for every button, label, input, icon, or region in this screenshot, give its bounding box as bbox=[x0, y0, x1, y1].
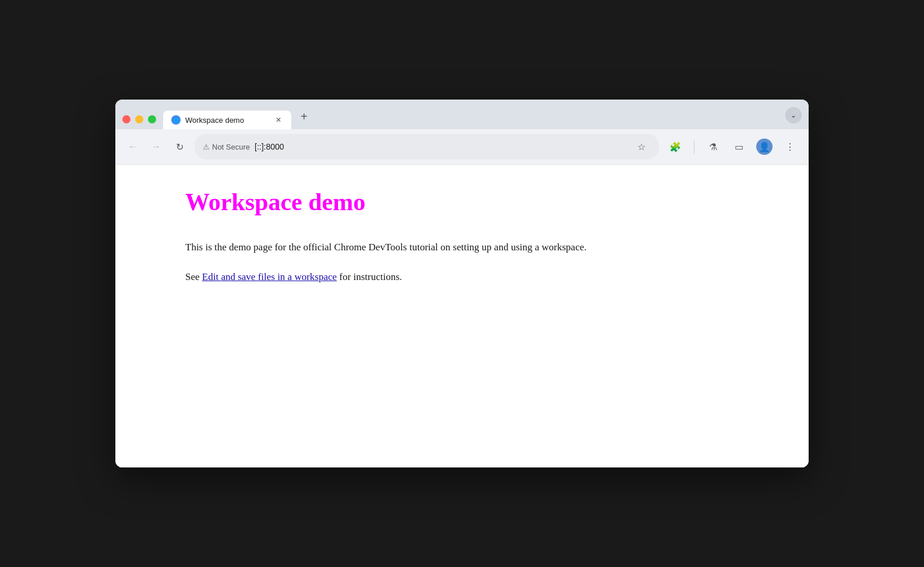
sidebar-toggle-button[interactable]: ▭ bbox=[729, 137, 748, 156]
labs-icon: ⚗ bbox=[709, 141, 717, 153]
more-menu-icon: ⋮ bbox=[785, 141, 795, 153]
forward-button[interactable]: → bbox=[148, 139, 164, 155]
extensions-icon: 🧩 bbox=[669, 141, 681, 153]
see-label: See bbox=[185, 271, 200, 282]
reload-button[interactable]: ↻ bbox=[171, 139, 188, 155]
new-tab-button[interactable]: + bbox=[294, 105, 315, 129]
traffic-light-yellow[interactable] bbox=[135, 115, 143, 123]
instructions-label: for instructions. bbox=[339, 271, 402, 282]
menu-button[interactable]: ⋮ bbox=[781, 137, 799, 156]
url-bar-right-actions: ☆ bbox=[632, 137, 651, 156]
url-text: [::]:8000 bbox=[255, 142, 627, 151]
back-icon: ← bbox=[128, 141, 137, 152]
toolbar-divider bbox=[694, 140, 694, 154]
sidebar-icon: ▭ bbox=[735, 141, 743, 153]
traffic-light-green[interactable] bbox=[148, 115, 156, 123]
profile-icon-person: 👤 bbox=[759, 141, 770, 153]
bookmark-icon: ☆ bbox=[637, 141, 646, 153]
tab-title: Workspace demo bbox=[185, 116, 269, 125]
workspace-link[interactable]: Edit and save files in a workspace bbox=[202, 271, 337, 282]
labs-button[interactable]: ⚗ bbox=[704, 137, 722, 156]
tab-favicon-icon: 🌐 bbox=[171, 115, 181, 125]
page-heading: Workspace demo bbox=[185, 188, 797, 216]
reload-icon: ↻ bbox=[176, 141, 184, 153]
address-bar: ← → ↻ ⚠ Not Secure [::]:8000 ☆ 🧩 ⚗ bbox=[115, 129, 809, 165]
security-indicator: ⚠ Not Secure bbox=[203, 143, 250, 151]
avatar: 👤 bbox=[756, 139, 773, 155]
extensions-button[interactable]: 🧩 bbox=[666, 137, 685, 156]
tab-close-button[interactable]: ✕ bbox=[274, 115, 283, 125]
page-body: This is the demo page for the official C… bbox=[185, 239, 797, 285]
forward-icon: → bbox=[151, 141, 161, 152]
favicon-globe: 🌐 bbox=[172, 117, 179, 123]
bookmark-button[interactable]: ☆ bbox=[632, 137, 651, 156]
traffic-lights bbox=[122, 115, 156, 129]
url-bar[interactable]: ⚠ Not Secure [::]:8000 ☆ bbox=[195, 134, 659, 160]
tab-dropdown-button[interactable]: ⌄ bbox=[785, 107, 802, 123]
tab-bar: 🌐 Workspace demo ✕ + ⌄ bbox=[115, 100, 809, 129]
active-tab[interactable]: 🌐 Workspace demo ✕ bbox=[163, 111, 291, 129]
intro-text: This is the demo page for the official C… bbox=[185, 242, 587, 253]
back-button[interactable]: ← bbox=[125, 139, 141, 155]
browser-window: 🌐 Workspace demo ✕ + ⌄ ← → ↻ ⚠ Not Secur… bbox=[115, 100, 809, 467]
profile-button[interactable]: 👤 bbox=[755, 137, 774, 156]
security-label: Not Secure bbox=[212, 143, 250, 151]
tab-dropdown-area: ⌄ bbox=[785, 107, 802, 129]
page-content: Workspace demo This is the demo page for… bbox=[115, 165, 809, 467]
traffic-light-red[interactable] bbox=[122, 115, 131, 123]
warning-icon: ⚠ bbox=[203, 143, 210, 151]
